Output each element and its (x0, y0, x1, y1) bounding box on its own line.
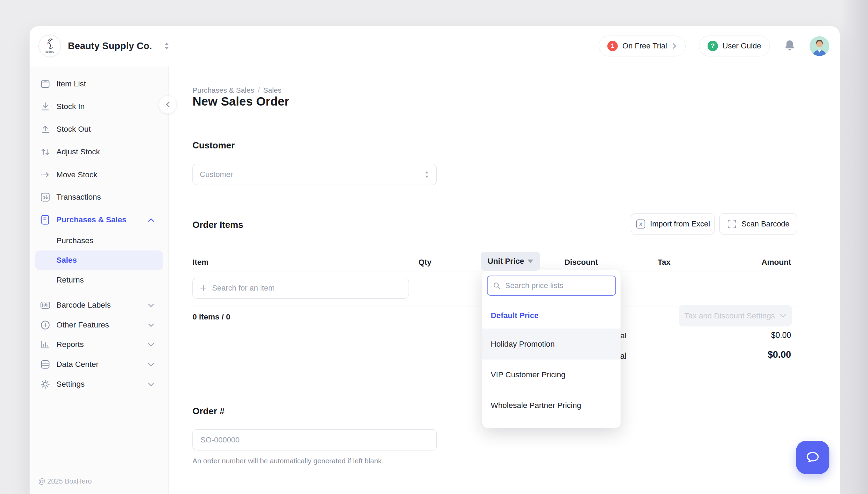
sidebar-item-sales[interactable]: Sales (35, 250, 163, 270)
price-list-option-wholesale-partner-pricing[interactable]: Wholesale Partner Pricing (482, 390, 621, 421)
price-list-search-box[interactable] (487, 276, 616, 296)
breadcrumb-link-purchases-sales[interactable]: Purchases & Sales (192, 86, 254, 94)
sidebar: Item List Stock In Stock Out Adjust Stoc… (30, 66, 169, 494)
breadcrumb: Purchases & Sales / Sales (192, 86, 282, 94)
select-sorter-icon (424, 171, 429, 178)
sidebar-item-label: Stock Out (56, 125, 91, 134)
user-guide-label: User Guide (723, 41, 761, 51)
plus-icon (199, 284, 207, 293)
stock-out-icon (39, 123, 51, 135)
topbar-actions: 1 On Free Trial ? User Guide (599, 36, 829, 56)
sidebar-item-transactions[interactable]: 1 Transactions (35, 187, 163, 207)
tax-discount-settings-label: Tax and Discount Settings (684, 311, 775, 321)
chevron-up-icon (148, 218, 154, 222)
move-stock-icon (39, 169, 51, 181)
transactions-icon: 1 (39, 191, 51, 203)
sidebar-item-stock-in[interactable]: Stock In (35, 97, 163, 116)
column-header-tax: Tax (636, 258, 692, 267)
purchases-sales-icon (39, 214, 51, 226)
sidebar-item-other-features[interactable]: Other Features (35, 315, 163, 335)
item-search-box[interactable] (192, 278, 409, 299)
breadcrumb-link-sales[interactable]: Sales (263, 86, 282, 94)
order-number-heading: Order # (192, 406, 225, 417)
trial-label: On Free Trial (622, 41, 667, 51)
sidebar-item-label: Move Stock (56, 170, 97, 179)
user-guide-button[interactable]: ? User Guide (699, 36, 770, 56)
workspace-sorter-icon (164, 42, 170, 50)
excel-file-icon: X (636, 219, 646, 229)
breadcrumb-separator: / (258, 86, 260, 94)
price-list-dropdown-panel: Default Price Holiday Promotion VIP Cust… (482, 270, 621, 428)
chevron-down-icon (780, 314, 786, 318)
sidebar-item-returns[interactable]: Returns (35, 270, 163, 290)
copyright-footer: @ 2025 BoxHero (38, 477, 92, 485)
scan-barcode-label: Scan Barcode (741, 219, 789, 229)
support-chat-button[interactable] (796, 441, 829, 474)
sidebar-item-label: Reports (56, 340, 84, 349)
free-trial-button[interactable]: 1 On Free Trial (599, 36, 685, 56)
page-title: New Sales Order (192, 94, 289, 108)
company-logo-icon: beauty (38, 34, 61, 57)
column-header-qty: Qty (397, 258, 453, 267)
column-header-item: Item (192, 258, 208, 267)
company-name: Beauty Supply Co. (68, 41, 152, 52)
subtotal-value: $0.00 (721, 331, 791, 340)
sidebar-item-move-stock[interactable]: Move Stock (35, 165, 163, 185)
scan-barcode-button[interactable]: Scan Barcode (719, 213, 797, 234)
item-list-icon (39, 78, 51, 90)
sidebar-item-label: Data Center (56, 360, 98, 369)
sidebar-item-reports[interactable]: Reports (35, 335, 163, 354)
barcode-labels-icon (39, 299, 51, 311)
import-from-excel-label: Import from Excel (650, 219, 710, 229)
barcode-scan-icon (727, 219, 737, 229)
column-header-discount: Discount (553, 258, 609, 267)
chevron-down-icon (148, 383, 154, 386)
sidebar-item-label: Item List (56, 79, 86, 88)
sidebar-item-barcode-labels[interactable]: Barcode Labels (35, 295, 163, 315)
trial-badge-icon: 1 (607, 41, 618, 51)
sidebar-collapse-button[interactable] (159, 95, 177, 114)
reports-icon (39, 339, 51, 350)
sidebar-item-label: Other Features (56, 321, 109, 330)
order-number-field (192, 429, 437, 450)
sidebar-item-settings[interactable]: Settings (35, 375, 163, 394)
sidebar-item-stock-out[interactable]: Stock Out (35, 119, 163, 139)
dropdown-triangle-icon (528, 260, 533, 263)
chevron-down-icon (148, 303, 154, 307)
notifications-bell-icon[interactable] (783, 39, 796, 53)
unit-price-dropdown-trigger[interactable]: Unit Price (481, 252, 540, 271)
svg-text:1: 1 (43, 195, 45, 200)
sidebar-item-label: Sales (56, 256, 77, 265)
workspace-switcher[interactable]: beauty Beauty Supply Co. (38, 34, 170, 57)
settings-gear-icon (39, 378, 51, 390)
other-features-icon (39, 319, 51, 331)
user-avatar[interactable] (810, 36, 829, 56)
sidebar-item-item-list[interactable]: Item List (35, 74, 163, 94)
import-from-excel-button[interactable]: X Import from Excel (631, 213, 715, 234)
sidebar-item-purchases-sales[interactable]: Purchases & Sales (35, 210, 163, 230)
chevron-down-icon (148, 323, 154, 327)
order-number-input[interactable] (200, 435, 429, 445)
price-list-options: Default Price Holiday Promotion VIP Cust… (482, 302, 621, 421)
price-list-search-input[interactable] (505, 281, 610, 290)
items-count: 0 items / 0 (192, 312, 230, 322)
app-card: beauty Beauty Supply Co. 1 On Free Trial (30, 26, 840, 494)
customer-select[interactable]: Customer (192, 164, 437, 185)
app-window: beauty Beauty Supply Co. 1 On Free Trial (0, 0, 868, 494)
chevron-left-icon (165, 101, 170, 108)
sidebar-item-purchases[interactable]: Purchases (35, 231, 163, 250)
sidebar-item-adjust-stock[interactable]: Adjust Stock (35, 142, 163, 162)
price-list-option-holiday-promotion[interactable]: Holiday Promotion (482, 329, 621, 360)
column-header-amount: Amount (721, 258, 791, 267)
tax-and-discount-settings-button[interactable]: Tax and Discount Settings (679, 305, 792, 326)
topbar: beauty Beauty Supply Co. 1 On Free Trial (30, 26, 840, 66)
price-list-option-vip-customer-pricing[interactable]: VIP Customer Pricing (482, 360, 621, 390)
chevron-down-icon (148, 343, 154, 347)
sidebar-item-label: Stock In (56, 102, 85, 111)
sidebar-item-label: Transactions (56, 193, 101, 202)
sidebar-item-data-center[interactable]: Data Center (35, 355, 163, 374)
item-search-input[interactable] (212, 284, 402, 293)
column-header-unit-price: Unit Price (488, 257, 524, 266)
total-value: $0.00 (704, 349, 791, 360)
price-list-option-default-price[interactable]: Default Price (482, 302, 621, 329)
